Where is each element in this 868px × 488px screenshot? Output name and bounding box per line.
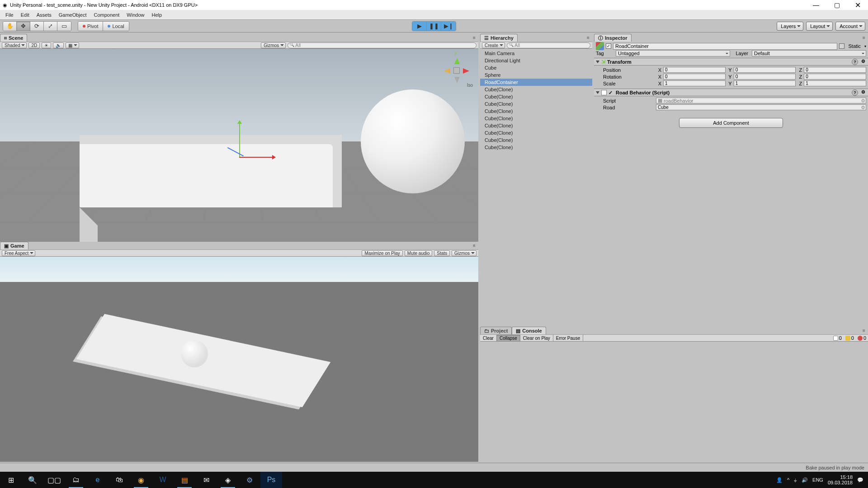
position-z-input[interactable]: 0 (804, 67, 866, 73)
axis-neg-y-cone-icon[interactable] (454, 77, 460, 86)
word-icon[interactable]: W (152, 472, 174, 488)
scene-light-toggle[interactable]: ☀ (42, 42, 51, 48)
hierarchy-create-dropdown[interactable]: Create (482, 42, 505, 48)
project-tab[interactable]: 🗀Project (480, 327, 512, 334)
layers-dropdown[interactable]: Layers (777, 22, 803, 31)
script-enable-checkbox[interactable]: ✓ (609, 90, 614, 95)
console-log-area[interactable] (480, 342, 868, 462)
error-count[interactable]: 0 (856, 335, 868, 341)
app-icon[interactable]: ⚙ (239, 472, 260, 488)
photoshop-icon[interactable]: Ps (260, 472, 282, 488)
collapse-toggle[interactable]: Collapse (497, 335, 520, 341)
scale-x-input[interactable]: 1 (663, 80, 726, 86)
console-tab[interactable]: ▤Console (512, 327, 546, 334)
menu-file[interactable]: File (2, 10, 17, 20)
hierarchy-item[interactable]: Cube (480, 64, 592, 71)
component-menu-icon[interactable]: ⚙ (860, 59, 866, 65)
gizmo-x-axis[interactable] (239, 157, 275, 158)
shading-mode-dropdown[interactable]: Shaded (2, 42, 27, 48)
menu-assets[interactable]: Assets (33, 10, 55, 20)
game-viewport[interactable] (0, 257, 478, 462)
hierarchy-item[interactable]: Cube(Clone) (480, 144, 592, 151)
window-minimize-button[interactable]: — (806, 0, 826, 10)
scene-tab[interactable]: ⌗Scene (0, 34, 27, 42)
axis-y-cone-icon[interactable] (454, 55, 460, 64)
transform-component-header[interactable]: ⇲ Transform ? ⚙ (594, 58, 868, 66)
tray-chevron-icon[interactable]: ^ (787, 477, 789, 483)
hierarchy-item[interactable]: Cube(Clone) (480, 115, 592, 122)
clear-button[interactable]: Clear (480, 335, 497, 341)
menu-window[interactable]: Window (123, 10, 148, 20)
hierarchy-item[interactable]: Cube(Clone) (480, 136, 592, 144)
hierarchy-item[interactable]: Sphere (480, 71, 592, 79)
gizmo-y-axis[interactable] (239, 121, 240, 157)
rotation-x-input[interactable]: 0 (663, 74, 726, 80)
pause-button[interactable]: ❚❚ (427, 22, 441, 31)
task-view-button[interactable]: ▢▢ (43, 472, 65, 488)
menu-edit[interactable]: Edit (17, 10, 33, 20)
move-tool-button[interactable]: ✥ (17, 22, 30, 31)
hand-tool-button[interactable]: ✋ (3, 22, 17, 31)
hierarchy-item[interactable]: Cube(Clone) (480, 108, 592, 115)
fold-icon[interactable] (596, 61, 599, 65)
panel-menu-icon[interactable] (473, 35, 477, 39)
clear-on-play-toggle[interactable]: Clear on Play (520, 335, 553, 341)
start-button[interactable]: ⊞ (0, 472, 22, 488)
panel-menu-icon[interactable] (587, 35, 591, 39)
sublime-icon[interactable]: ▤ (174, 472, 195, 488)
local-toggle[interactable]: Local (103, 22, 128, 31)
help-icon[interactable]: ? (852, 89, 858, 96)
rotate-tool-button[interactable]: ⟳ (30, 22, 44, 31)
mail-icon[interactable]: ✉ (195, 472, 217, 488)
language-indicator[interactable]: ENG (812, 477, 823, 483)
scale-y-input[interactable]: 1 (734, 80, 796, 86)
layer-dropdown[interactable]: Default (752, 50, 866, 56)
error-pause-toggle[interactable]: Error Pause (553, 335, 583, 341)
mute-audio-toggle[interactable]: Mute audio (405, 250, 432, 256)
window-maximize-button[interactable]: ▢ (826, 0, 847, 10)
script-component-header[interactable]: ✓ Road Behavior (Script) ? ⚙ (594, 89, 868, 96)
scene-gizmos-dropdown[interactable]: Gizmos (261, 42, 286, 48)
fold-icon[interactable] (596, 91, 599, 96)
network-icon[interactable]: ⏚ (794, 477, 797, 483)
volume-icon[interactable]: 🔊 (802, 477, 808, 483)
window-close-button[interactable]: ✕ (847, 0, 868, 10)
rotation-y-input[interactable]: 0 (734, 74, 796, 80)
pivot-toggle[interactable]: Pivot (78, 22, 103, 31)
scene-audio-toggle[interactable]: 🔈 (53, 42, 64, 48)
edge-icon[interactable]: e (87, 472, 108, 488)
cortana-search-button[interactable]: 🔍 (22, 472, 43, 488)
clock[interactable]: 15:18 09.03.2018 (828, 474, 853, 485)
play-button[interactable]: ▶ (412, 22, 427, 31)
panel-menu-icon[interactable] (473, 243, 477, 247)
scene-search-input[interactable]: All (288, 42, 476, 48)
panel-menu-icon[interactable] (863, 35, 867, 39)
panel-menu-icon[interactable] (863, 328, 867, 332)
chrome-icon[interactable]: ◉ (130, 472, 152, 488)
projection-label[interactable]: Iso (467, 83, 473, 88)
scale-z-input[interactable]: 1 (804, 80, 866, 86)
axis-x-cone-icon[interactable] (463, 68, 472, 74)
position-x-input[interactable]: 0 (663, 67, 726, 73)
warning-count[interactable]: 0 (844, 335, 856, 341)
maximize-on-play-toggle[interactable]: Maximize on Play (362, 250, 402, 256)
action-center-icon[interactable]: 💬 (857, 477, 863, 483)
hierarchy-item[interactable]: Cube(Clone) (480, 93, 592, 100)
rotation-z-input[interactable]: 0 (804, 74, 866, 80)
hierarchy-item[interactable]: Main Camera (480, 50, 592, 57)
account-dropdown[interactable]: Account (835, 22, 865, 31)
scene-orientation-gizmo[interactable]: y Iso (441, 55, 472, 86)
hierarchy-item-selected[interactable]: RoadContainer (480, 79, 592, 86)
component-menu-icon[interactable]: ⚙ (860, 89, 866, 96)
scale-tool-button[interactable]: ⤢ (44, 22, 57, 31)
gameobject-name-input[interactable]: RoadContainer (613, 43, 837, 50)
scene-viewport[interactable]: y Iso (0, 49, 478, 242)
gizmo-center-cube[interactable] (453, 67, 460, 74)
stats-toggle[interactable]: Stats (434, 250, 450, 256)
static-dropdown-arrow[interactable]: ▾ (864, 44, 866, 48)
road-object-field[interactable]: Cube (656, 104, 866, 110)
hierarchy-item[interactable]: Cube(Clone) (480, 100, 592, 108)
aspect-dropdown[interactable]: Free Aspect (2, 250, 35, 256)
menu-component[interactable]: Component (90, 10, 123, 20)
tag-dropdown[interactable]: Untagged (616, 50, 730, 56)
